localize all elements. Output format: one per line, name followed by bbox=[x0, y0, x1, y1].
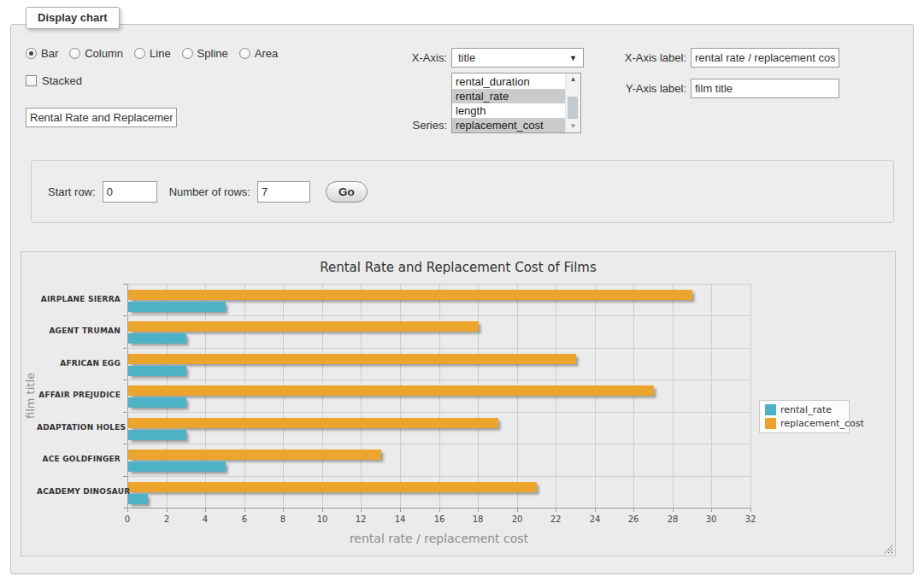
chart-type-option-column[interactable]: Column bbox=[69, 47, 123, 60]
legend-label-rental_rate: rental_rate bbox=[780, 404, 832, 415]
stacked-checkbox-row[interactable]: Stacked bbox=[26, 74, 82, 87]
y-tick-mark bbox=[123, 348, 127, 349]
bar-replacement_cost bbox=[128, 418, 498, 428]
gridline bbox=[400, 284, 401, 508]
x-tick-label: 24 bbox=[582, 514, 608, 524]
x-tick-label: 12 bbox=[348, 514, 374, 524]
gridline bbox=[283, 284, 284, 508]
resize-handle-icon[interactable] bbox=[883, 544, 893, 554]
stacked-checkbox[interactable] bbox=[26, 75, 37, 86]
series-label: Series: bbox=[368, 119, 447, 132]
gridline bbox=[127, 444, 750, 444]
chart-type-radios: BarColumnLineSplineArea bbox=[26, 47, 278, 60]
gridline bbox=[127, 412, 750, 413]
start-row-input[interactable] bbox=[103, 181, 157, 203]
chart-type-option-line[interactable]: Line bbox=[134, 47, 171, 60]
x-axis-select-label: X-Axis: bbox=[368, 51, 447, 64]
y-tick-mark bbox=[123, 508, 127, 509]
y-axis-label-label: Y-Axis label: bbox=[598, 82, 686, 95]
x-tick-label: 6 bbox=[232, 514, 257, 524]
x-tick-label: 8 bbox=[270, 514, 296, 524]
x-tick-label: 22 bbox=[543, 514, 568, 524]
x-tick-label: 30 bbox=[698, 514, 724, 524]
x-axis-label-label: X-Axis label: bbox=[598, 51, 686, 64]
x-axis-title: rental rate / replacement cost bbox=[127, 532, 750, 545]
legend-swatch-replacement_cost bbox=[765, 418, 776, 429]
scrollbar-thumb[interactable] bbox=[568, 97, 578, 119]
start-row-label: Start row: bbox=[48, 185, 96, 198]
bar-rental_rate bbox=[128, 366, 186, 376]
radio-bar[interactable] bbox=[26, 48, 37, 59]
num-rows-input[interactable] bbox=[257, 181, 310, 203]
chart-title-input[interactable] bbox=[26, 108, 177, 127]
series-option-length[interactable]: length bbox=[452, 103, 565, 118]
dropdown-arrow-icon: ▼ bbox=[569, 54, 577, 62]
y-axis-line bbox=[127, 284, 128, 508]
gridline bbox=[127, 348, 750, 349]
y-axis-title: film title bbox=[24, 370, 36, 421]
series-scrollbar[interactable]: ▲ ▼ bbox=[565, 73, 580, 132]
y-tick-mark bbox=[123, 379, 127, 380]
gridline bbox=[167, 284, 168, 508]
chart-type-option-spline[interactable]: Spline bbox=[182, 47, 228, 60]
go-button[interactable]: Go bbox=[326, 181, 368, 203]
category-label: ADAPTATION HOLES bbox=[37, 423, 121, 432]
bar-replacement_cost bbox=[128, 482, 537, 492]
x-tick-label: 2 bbox=[154, 514, 180, 524]
radio-column[interactable] bbox=[69, 48, 80, 59]
series-option-replacement_cost[interactable]: replacement_cost bbox=[452, 118, 565, 132]
series-options: rental_durationrental_ratelengthreplacem… bbox=[452, 73, 565, 132]
stacked-label: Stacked bbox=[42, 74, 82, 87]
gridline bbox=[244, 284, 245, 508]
x-tick-label: 28 bbox=[660, 514, 686, 524]
series-option-rental_duration[interactable]: rental_duration bbox=[452, 74, 565, 89]
chart-type-option-bar[interactable]: Bar bbox=[26, 47, 58, 60]
x-tick-label: 10 bbox=[309, 514, 335, 524]
num-rows-label: Number of rows: bbox=[169, 185, 250, 198]
radio-area[interactable] bbox=[239, 48, 250, 59]
gridline bbox=[478, 284, 479, 508]
bar-rental_rate bbox=[128, 397, 186, 408]
gridline bbox=[750, 284, 751, 508]
gridline bbox=[127, 284, 750, 285]
chart-type-option-area[interactable]: Area bbox=[239, 47, 278, 60]
series-option-rental_rate[interactable]: rental_rate bbox=[452, 89, 565, 103]
x-axis-selected-value: title bbox=[458, 51, 475, 64]
gridline bbox=[127, 315, 750, 316]
category-label: ACE GOLDFINGER bbox=[37, 455, 121, 463]
scroll-down-icon[interactable]: ▼ bbox=[566, 123, 580, 130]
gridline bbox=[127, 379, 750, 380]
x-axis-line bbox=[127, 508, 750, 509]
y-tick-mark bbox=[123, 315, 127, 316]
y-axis-label-input[interactable] bbox=[691, 79, 839, 98]
radio-spline[interactable] bbox=[182, 48, 193, 59]
gridline bbox=[633, 284, 634, 508]
bar-replacement_cost bbox=[128, 354, 576, 364]
bar-rental_rate bbox=[128, 333, 186, 344]
bar-rental_rate bbox=[128, 430, 186, 440]
chart-title: Rental Rate and Replacement Cost of Film… bbox=[21, 260, 895, 275]
gridline bbox=[595, 284, 596, 508]
radio-label-area: Area bbox=[255, 47, 278, 60]
category-label: AFRICAN EGG bbox=[37, 359, 121, 367]
x-axis-label-input[interactable] bbox=[691, 48, 839, 68]
category-label: AIRPLANE SIERRA bbox=[37, 295, 121, 303]
gridline bbox=[439, 284, 440, 508]
x-tick-label: 0 bbox=[115, 514, 140, 524]
radio-label-bar: Bar bbox=[41, 47, 58, 60]
category-label: AFFAIR PREJUDICE bbox=[37, 391, 121, 399]
rows-panel: Start row: Number of rows: Go bbox=[31, 160, 894, 223]
bar-rental_rate bbox=[128, 302, 226, 312]
y-tick-mark bbox=[123, 476, 127, 477]
series-listbox[interactable]: rental_durationrental_ratelengthreplacem… bbox=[451, 73, 581, 133]
radio-line[interactable] bbox=[134, 48, 145, 59]
x-tick-label: 32 bbox=[738, 514, 763, 524]
bar-rental_rate bbox=[128, 461, 226, 472]
gridline bbox=[711, 284, 712, 508]
radio-label-line: Line bbox=[150, 47, 171, 60]
gridline bbox=[517, 284, 518, 508]
scroll-up-icon[interactable]: ▲ bbox=[566, 76, 580, 83]
x-axis-select[interactable]: title ▼ bbox=[451, 48, 584, 68]
chart-legend: rental_ratereplacement_cost bbox=[759, 400, 850, 433]
bar-rental_rate bbox=[128, 494, 148, 504]
